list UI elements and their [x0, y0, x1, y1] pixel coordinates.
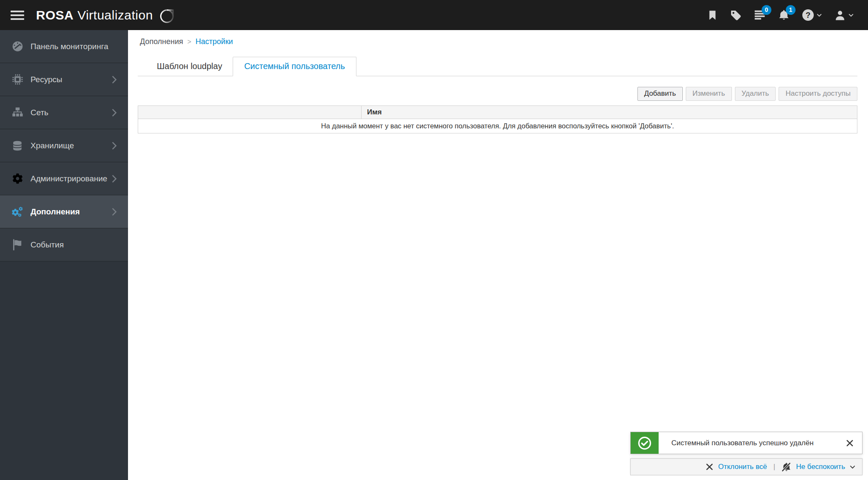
breadcrumb: Дополнения > Настройки — [140, 37, 857, 46]
masthead: ROSA Virtualization 0 1 ? — [0, 0, 868, 30]
sidebar-nav: Панель мониторинга Ресурсы Сеть Хранилищ… — [0, 30, 128, 480]
bookmark-icon[interactable] — [707, 10, 718, 20]
edit-button[interactable]: Изменить — [686, 87, 732, 101]
check-circle-icon — [637, 436, 652, 450]
sidebar-item-storage[interactable]: Хранилище — [0, 129, 128, 162]
sidebar-item-events[interactable]: События — [0, 228, 128, 261]
network-icon — [11, 107, 24, 118]
menu-toggle-button[interactable] — [11, 8, 24, 22]
sidebar-item-label: Сеть — [31, 108, 48, 117]
sidebar-item-compute[interactable]: Ресурсы — [0, 63, 128, 96]
dashboard-icon — [11, 41, 24, 52]
action-toolbar: Добавить Изменить Удалить Настроить дост… — [138, 87, 857, 101]
sidebar-item-label: Ресурсы — [31, 75, 62, 84]
sidebar-item-dashboard[interactable]: Панель мониторинга — [0, 30, 128, 63]
toast-message: Системный пользователь успешно удалён — [659, 432, 837, 454]
sidebar-item-network[interactable]: Сеть — [0, 96, 128, 129]
brand-name-bold: ROSA — [36, 8, 74, 22]
events-icon — [11, 239, 24, 250]
notification-bar-separator: | — [773, 463, 775, 471]
tab-bar: Шаблон loudplay Системный пользователь — [138, 57, 857, 76]
chevron-down-icon[interactable] — [850, 465, 855, 469]
table-empty-message: На данный момент у вас нет системного по… — [138, 119, 857, 133]
permissions-button[interactable]: Настроить доступы — [779, 87, 857, 101]
sidebar-item-label: Панель мониторинга — [31, 42, 108, 51]
table-header-spacer-column — [138, 106, 362, 119]
help-menu-button[interactable]: ? — [802, 9, 822, 21]
dismiss-all-icon[interactable] — [706, 463, 713, 471]
notification-bar: Отклонить всё | Не беспокоить — [630, 458, 862, 475]
toast-status-block — [631, 432, 659, 454]
table-header-row: Имя — [138, 106, 857, 119]
remove-button[interactable]: Удалить — [735, 87, 776, 101]
masthead-actions: 0 1 ? — [707, 9, 868, 21]
chevron-right-icon — [111, 75, 117, 84]
hamburger-bar — [11, 14, 24, 16]
tasks-icon[interactable]: 0 — [754, 9, 765, 21]
dismiss-all-link[interactable]: Отклонить всё — [718, 463, 767, 471]
hamburger-bar — [11, 11, 24, 12]
hamburger-bar — [11, 18, 24, 20]
compute-icon — [11, 74, 24, 85]
tasks-count-badge: 0 — [762, 5, 771, 15]
bell-slash-icon[interactable] — [782, 462, 791, 472]
breadcrumb-separator: > — [187, 38, 191, 46]
sidebar-item-addons[interactable]: Дополнения — [0, 195, 128, 228]
breadcrumb-link-settings[interactable]: Настройки — [195, 37, 233, 46]
alerts-count-badge: 1 — [786, 5, 796, 15]
sidebar-item-label: События — [31, 240, 64, 250]
main-content: Дополнения > Настройки Шаблон loudplay С… — [128, 30, 868, 480]
breadcrumb-parent: Дополнения — [140, 37, 183, 46]
chevron-down-icon — [849, 14, 854, 17]
brand-name-rest: Virtualization — [78, 8, 153, 22]
rosa-logo-icon — [159, 6, 176, 25]
table-header-name-column: Имя — [362, 106, 382, 119]
help-icon: ? — [802, 9, 814, 21]
toast-close-button[interactable] — [837, 432, 862, 454]
chevron-right-icon — [111, 108, 117, 117]
success-toast: Системный пользователь успешно удалён — [630, 432, 862, 454]
add-button[interactable]: Добавить — [637, 87, 683, 101]
sidebar-item-administration[interactable]: Администрирование — [0, 162, 128, 195]
chevron-down-icon — [817, 14, 822, 17]
sidebar-item-label: Администрирование — [31, 174, 107, 183]
system-user-table: Имя На данный момент у вас нет системног… — [138, 105, 857, 133]
administration-icon — [11, 173, 24, 184]
notifications-bell-icon[interactable]: 1 — [778, 9, 790, 21]
sidebar-item-label: Дополнения — [31, 207, 80, 216]
brand: ROSA Virtualization — [36, 6, 176, 25]
chevron-right-icon — [111, 175, 117, 183]
chevron-right-icon — [111, 142, 117, 150]
close-icon — [846, 439, 854, 447]
sidebar-item-label: Хранилище — [31, 141, 74, 150]
storage-icon — [11, 140, 24, 151]
chevron-right-icon — [111, 208, 117, 216]
tags-icon[interactable] — [730, 10, 741, 21]
tab-system-user[interactable]: Системный пользователь — [233, 57, 356, 76]
addons-icon — [11, 205, 24, 219]
do-not-disturb-link[interactable]: Не беспокоить — [796, 463, 845, 471]
tab-template-loudplay[interactable]: Шаблон loudplay — [146, 57, 233, 76]
user-menu-button[interactable] — [835, 10, 854, 21]
